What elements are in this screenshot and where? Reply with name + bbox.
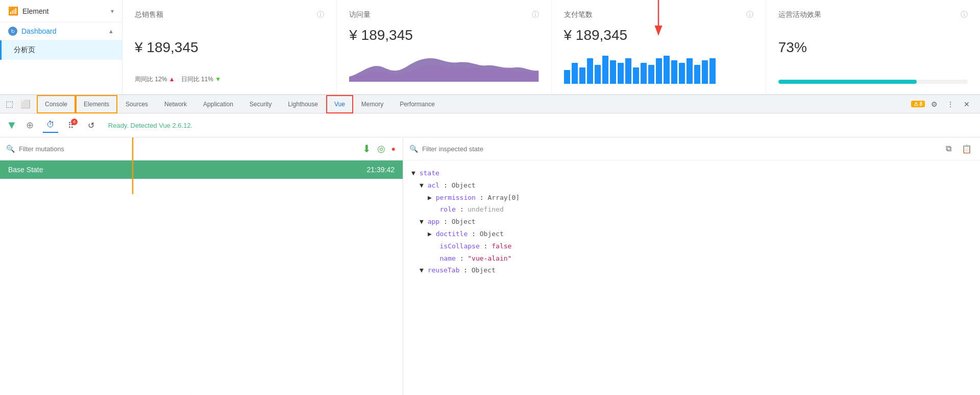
metric-value-activity: 73% <box>778 39 968 56</box>
bar-item <box>595 65 601 84</box>
tree-type-app: Object <box>452 218 476 225</box>
bar-item <box>641 63 647 84</box>
base-state-label: Base State <box>8 166 43 174</box>
progress-bar-activity <box>778 80 968 84</box>
tree-arrow-permission[interactable]: ▶ <box>428 194 432 201</box>
copy-state-icon[interactable]: ⧉ <box>941 142 955 156</box>
vue-main-panel: 🔍 ⬇ ◎ ● Base State 21:39:42 <box>0 137 980 395</box>
more-icon[interactable]: ⋮ <box>943 97 958 111</box>
paste-state-icon[interactable]: 📋 <box>960 142 974 156</box>
bar-item <box>602 56 608 84</box>
sidebar-dashboard-item[interactable]: ↻ Dashboard ▲ <box>0 22 122 40</box>
tree-node-role: role : undefined <box>428 204 972 215</box>
refresh-devtools-icon[interactable]: ↺ <box>84 118 99 133</box>
vue-devtools-area: ▼ ⊕ ⏱ ⠿ 4 ↺ Ready. Detected Vue 2.6.12. … <box>0 113 980 395</box>
tab-elements[interactable]: Elements <box>76 95 117 113</box>
tree-node-iscollapse: isCollapse : false <box>428 241 972 252</box>
metric-value-payments: ¥ 189,345 <box>564 27 753 43</box>
bar-item <box>671 60 677 84</box>
warning-badge[interactable]: ⚠ 8 <box>911 101 925 107</box>
tree-key-permission: permission <box>436 194 476 201</box>
tree-key-doctitle: doctitle <box>436 230 468 238</box>
tab-vue[interactable]: Vue <box>326 95 353 113</box>
metric-footer-sales: 周同比 12% ▲ 日同比 11% ▼ <box>135 75 324 84</box>
tree-arrow-doctitle[interactable]: ▶ <box>428 230 432 238</box>
tab-performance[interactable]: Performance <box>391 95 443 113</box>
trend1-arrow-sales: ▲ <box>169 76 175 83</box>
vue-ready-bar: ▼ ⊕ ⏱ ⠿ 4 ↺ Ready. Detected Vue 2.6.12. <box>0 113 980 137</box>
bar-item <box>709 58 716 84</box>
tree-type-permission: Array[0] <box>487 194 520 201</box>
bar-item <box>687 58 693 84</box>
bar-item <box>587 58 593 84</box>
tree-key-app: app <box>428 218 439 225</box>
metric-info-icon-visits[interactable]: ⓘ <box>532 10 539 19</box>
dashboard-chevron: ▲ <box>108 28 114 34</box>
mutations-panel: 🔍 ⬇ ◎ ● Base State 21:39:42 <box>0 137 403 395</box>
state-search-input[interactable] <box>422 145 937 153</box>
bar-item <box>648 65 654 84</box>
mutations-search-bar: 🔍 ⬇ ◎ ● <box>0 137 403 160</box>
devtools-tab-right: ⚠ 8 ⚙ ⋮ ✕ <box>911 97 978 111</box>
state-search-bar: 🔍 ⧉ 📋 <box>403 137 980 160</box>
trend1-sales: 周同比 12% ▲ <box>135 75 175 84</box>
base-state-row[interactable]: Base State 21:39:42 <box>0 160 403 179</box>
metric-card-sales: 总销售额 ⓘ ¥ 189,345 周同比 12% ▲ 日同比 11% ▼ <box>122 0 337 94</box>
metric-header-activity: 运营活动效果 ⓘ <box>778 10 968 19</box>
wave-chart <box>349 51 538 84</box>
metric-header-sales: 总销售额 ⓘ <box>135 10 324 19</box>
clear-mutations-icon[interactable]: ◎ <box>376 142 386 155</box>
tab-lighthouse[interactable]: Lighthouse <box>280 95 326 113</box>
tree-arrow-state[interactable]: ▼ <box>411 169 415 177</box>
state-toolbar-right: ⧉ 📋 <box>941 142 974 156</box>
tree-node-app: ▼ app : Object <box>420 217 972 227</box>
tree-arrow-app[interactable]: ▼ <box>420 218 424 225</box>
mutations-search-icon: 🔍 <box>6 145 15 153</box>
metric-card-activity: 运营活动效果 ⓘ 73% <box>766 0 980 94</box>
metric-header-visits: 访问量 ⓘ <box>349 10 538 19</box>
component-tree-icon[interactable]: ⊕ <box>22 118 38 133</box>
tab-application[interactable]: Application <box>195 95 241 113</box>
tree-value-iscollapse: false <box>492 242 511 250</box>
state-tree: ▼ state ▼ acl : Object ▶ <box>403 160 980 395</box>
mutations-search-input[interactable] <box>19 145 357 153</box>
metric-info-icon-sales[interactable]: ⓘ <box>317 10 324 19</box>
tree-key-acl: acl <box>428 181 439 189</box>
trend2-arrow-sales: ▼ <box>215 76 221 83</box>
sidebar-title-chevron[interactable]: ▾ <box>111 8 114 15</box>
progress-fill-activity <box>778 80 917 84</box>
tree-arrow-reusetab[interactable]: ▼ <box>420 266 424 274</box>
timeline-icon[interactable]: ⏱ <box>43 118 58 133</box>
tree-arrow-acl[interactable]: ▼ <box>420 181 424 189</box>
record-mutations-icon[interactable]: ● <box>390 144 397 154</box>
bar-item <box>618 63 624 84</box>
sidebar-nav-analysis[interactable]: 分析页 <box>0 40 122 60</box>
devtools-chrome: ⬚ ⬜ Console Elements Sources Network App… <box>0 95 980 395</box>
tree-value-role: undefined <box>468 205 503 213</box>
tree-node-reusetab: ▼ reuseTab : Object <box>420 265 972 276</box>
metric-title-sales: 总销售额 <box>135 10 163 19</box>
bar-item <box>633 67 639 84</box>
devtools-mobile-icon[interactable]: ⬜ <box>18 97 33 111</box>
tab-memory[interactable]: Memory <box>353 95 391 113</box>
tree-node-permission: ▶ permission : Array[0] <box>428 193 972 203</box>
tab-console[interactable]: Console <box>37 95 76 113</box>
bar-item <box>664 56 670 84</box>
metric-info-icon-activity[interactable]: ⓘ <box>961 10 968 19</box>
tree-type-doctitle: Object <box>480 230 504 238</box>
vuex-badge: 4 <box>71 119 78 125</box>
tab-security[interactable]: Security <box>241 95 280 113</box>
close-icon[interactable]: ✕ <box>960 97 974 111</box>
vue-ready-text: Ready. Detected Vue 2.6.12. <box>108 122 193 129</box>
mutations-toolbar: ⬇ ◎ ● <box>361 142 397 156</box>
vuex-icon[interactable]: ⠿ 4 <box>63 118 79 133</box>
export-mutations-icon[interactable]: ⬇ <box>361 142 372 156</box>
metric-title-payments: 支付笔数 <box>564 10 593 19</box>
tab-sources[interactable]: Sources <box>117 95 156 113</box>
metric-info-icon-payments[interactable]: ⓘ <box>746 10 753 19</box>
devtools-cursor-icon[interactable]: ⬚ <box>2 97 16 111</box>
tree-node-acl: ▼ acl : Object <box>420 180 972 191</box>
tab-network[interactable]: Network <box>156 95 195 113</box>
settings-icon[interactable]: ⚙ <box>927 97 941 111</box>
state-panel: 🔍 ⧉ 📋 ▼ state <box>403 137 980 395</box>
